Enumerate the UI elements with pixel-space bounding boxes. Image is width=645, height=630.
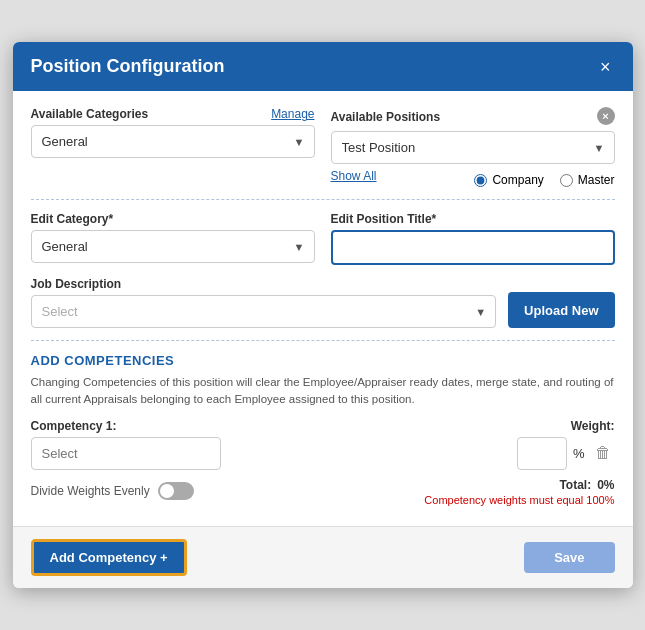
percent-sign: % [573, 446, 585, 461]
job-description-select[interactable]: Select [31, 295, 497, 328]
top-row: Available Categories Manage General ▼ Av… [31, 107, 615, 187]
weight-section: 0 % 🗑 [517, 437, 615, 470]
edit-category-label-text: Edit Category* [31, 212, 114, 226]
edit-category-select[interactable]: General [31, 230, 315, 263]
edit-position-title-section: Edit Position Title* Test Position [331, 212, 615, 265]
show-all-link[interactable]: Show All [331, 169, 377, 183]
edit-position-title-label: Edit Position Title* [331, 212, 437, 226]
available-positions-wrapper: Test Position ▼ [331, 131, 615, 164]
competency-1-row: 0 % 🗑 [31, 437, 615, 470]
master-radio-text: Master [578, 173, 615, 187]
modal-footer: Add Competency + Save [13, 526, 633, 588]
available-categories-wrapper: General ▼ [31, 125, 315, 158]
modal-title: Position Configuration [31, 56, 225, 77]
edit-category-label: Edit Category* [31, 212, 315, 226]
master-radio[interactable] [560, 174, 573, 187]
modal-overlay: Position Configuration × Available Categ… [0, 0, 645, 630]
job-description-label: Job Description [31, 277, 122, 291]
clear-position-button[interactable]: × [597, 107, 615, 125]
manage-link[interactable]: Manage [271, 107, 314, 121]
edit-category-wrapper: General ▼ [31, 230, 315, 263]
available-positions-label: Available Positions [331, 110, 441, 124]
weight-label: Weight: [571, 419, 615, 433]
trash-icon[interactable]: 🗑 [591, 440, 615, 466]
edit-position-title-label-row: Edit Position Title* [331, 212, 615, 226]
weight-input[interactable]: 0 [517, 437, 567, 470]
available-categories-section: Available Categories Manage General ▼ [31, 107, 315, 187]
upload-new-button[interactable]: Upload New [508, 292, 614, 328]
job-description-wrapper: Select ▼ [31, 295, 497, 328]
total-value: 0% [597, 478, 614, 492]
total-label: Total: [559, 478, 591, 492]
divider-1 [31, 199, 615, 200]
divide-weights-toggle[interactable] [158, 482, 194, 500]
error-message: Competency weights must equal 100% [424, 494, 614, 506]
add-competencies-description: Changing Competencies of this position w… [31, 374, 615, 406]
save-button[interactable]: Save [524, 542, 614, 573]
edit-row: Edit Category* General ▼ Edit Position T… [31, 212, 615, 265]
master-radio-label[interactable]: Master [560, 173, 615, 187]
divide-weights-row: Divide Weights Evenly [31, 482, 194, 500]
company-radio-text: Company [492, 173, 543, 187]
competency-1-label: Competency 1: [31, 419, 117, 433]
modal-header: Position Configuration × [13, 42, 633, 91]
close-button[interactable]: × [596, 58, 615, 76]
company-radio[interactable] [474, 174, 487, 187]
available-categories-label: Available Categories [31, 107, 149, 121]
competency-1-input[interactable] [31, 437, 221, 470]
available-positions-select[interactable]: Test Position [331, 131, 615, 164]
available-categories-select[interactable]: General [31, 125, 315, 158]
competency-label-row: Competency 1: Weight: [31, 419, 615, 433]
modal-body: Available Categories Manage General ▼ Av… [13, 91, 633, 525]
divider-2 [31, 340, 615, 341]
total-row: Total: 0% [559, 478, 614, 492]
job-description-row: Job Description Select ▼ Upload New [31, 277, 615, 328]
modal: Position Configuration × Available Categ… [13, 42, 633, 587]
job-description-label-row: Job Description [31, 277, 497, 291]
position-type-radio-group: Company Master [474, 173, 614, 187]
available-positions-section: Available Positions × Test Position ▼ Sh… [331, 107, 615, 187]
add-competency-button[interactable]: Add Competency + [31, 539, 187, 576]
available-positions-label-row: Available Positions × [331, 107, 615, 127]
divide-weights-label: Divide Weights Evenly [31, 484, 150, 498]
add-competencies-section: ADD COMPETENCIES Changing Competencies o… [31, 353, 615, 509]
competency-1-input-wrapper [31, 437, 507, 470]
add-competencies-title: ADD COMPETENCIES [31, 353, 615, 368]
job-description-section: Job Description Select ▼ [31, 277, 497, 328]
available-categories-label-row: Available Categories Manage [31, 107, 315, 121]
company-radio-label[interactable]: Company [474, 173, 543, 187]
edit-category-section: Edit Category* General ▼ [31, 212, 315, 265]
toggle-thumb [160, 484, 174, 498]
edit-position-title-input[interactable]: Test Position [331, 230, 615, 265]
